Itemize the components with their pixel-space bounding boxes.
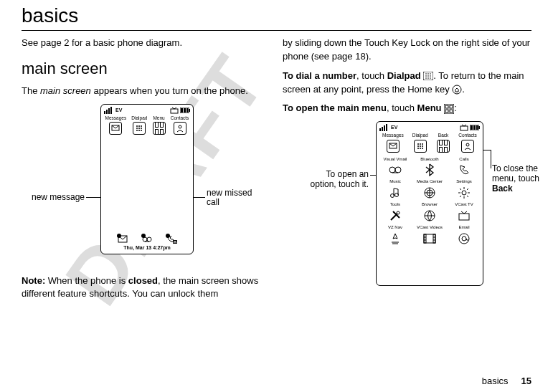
- svg-rect-74: [459, 214, 469, 220]
- left-column: See page 2 for a basic phone diagram. ma…: [22, 37, 265, 307]
- svg-point-38: [453, 85, 461, 94]
- text-bold: Back: [492, 184, 549, 194]
- text: , touch: [387, 102, 417, 113]
- app-vcast-tv: VCast TV: [448, 201, 480, 223]
- contacts-icon: [174, 122, 186, 135]
- svg-rect-3: [110, 107, 112, 114]
- svg-point-29: [425, 73, 427, 75]
- dialpad-icon: [414, 140, 427, 153]
- dialpad-inline-icon: [423, 72, 433, 80]
- label: VCast Videos: [417, 224, 443, 231]
- svg-point-79: [462, 236, 466, 241]
- svg-point-55: [417, 143, 419, 145]
- svg-point-16: [141, 128, 142, 129]
- intro-text: See page 2 for a basic phone diagram.: [22, 37, 265, 50]
- app-vz-nav: VZ Nav: [379, 224, 411, 246]
- phone-screen-2: EV Messages Dialpad Back Contacts Visual…: [376, 121, 483, 286]
- svg-point-71: [462, 191, 466, 195]
- svg-point-56: [420, 143, 421, 145]
- phone-diagram-1: new message new voicemail new missed cal…: [29, 104, 265, 269]
- right-column: by sliding down the Touch Key Lock on th…: [283, 37, 538, 307]
- missed-call-icon: [166, 234, 177, 244]
- svg-point-31: [430, 73, 431, 75]
- ev-icon: EV: [391, 124, 397, 131]
- svg-point-72: [397, 211, 400, 214]
- svg-point-17: [136, 130, 138, 131]
- svg-point-61: [417, 148, 419, 149]
- svg-point-14: [136, 128, 138, 129]
- svg-point-32: [425, 75, 427, 77]
- footer-label: basics: [482, 376, 509, 386]
- text-bold: To dial a number: [283, 70, 356, 81]
- main-screen-desc: The main screen appears when you turn on…: [22, 85, 265, 98]
- menu-icon: [153, 122, 166, 135]
- voicemail-icon: [388, 163, 402, 177]
- calls-icon: [457, 163, 471, 177]
- app-vcast-videos: VCast Videos: [414, 224, 445, 246]
- label: Dialpad: [131, 115, 147, 121]
- svg-point-12: [138, 125, 140, 127]
- footer-page-number: 15: [521, 376, 531, 386]
- label: Messages: [382, 132, 404, 138]
- svg-rect-6: [189, 109, 190, 112]
- text: menu, touch: [492, 174, 549, 184]
- label: Settings: [456, 178, 472, 185]
- svg-rect-44: [379, 128, 381, 131]
- text: To open an: [304, 170, 369, 180]
- svg-point-34: [430, 75, 431, 77]
- signal-icon: [104, 107, 114, 114]
- svg-point-65: [389, 167, 395, 173]
- label: Calls: [459, 156, 468, 163]
- text: :: [454, 102, 457, 113]
- shortcut-messages: Messages: [382, 132, 404, 152]
- svg-rect-75: [424, 234, 435, 243]
- text: new missed: [207, 188, 264, 199]
- text-bold: To open the main menu: [283, 102, 387, 113]
- svg-point-59: [420, 145, 421, 147]
- svg-point-62: [420, 148, 421, 149]
- clock-text: Thu, Mar 13 4:27pm: [101, 244, 193, 252]
- callout-close-menu: To close the menu, touch Back: [492, 164, 549, 193]
- svg-point-66: [395, 167, 401, 173]
- page-title: basics: [22, 0, 531, 30]
- app-grid: Visual Vmail Bluetooth Calls Music Media…: [377, 154, 483, 248]
- text-italic: main screen: [40, 85, 91, 96]
- svg-rect-50: [478, 126, 480, 129]
- svg-point-27: [166, 234, 170, 238]
- label: Browser: [422, 201, 438, 208]
- email-icon: [457, 231, 471, 246]
- vcast-tv-icon: [457, 209, 471, 223]
- svg-rect-40: [445, 105, 448, 108]
- callout-new-message: new message: [24, 193, 85, 203]
- svg-rect-4: [171, 109, 178, 113]
- svg-rect-51: [471, 125, 473, 130]
- svg-point-60: [422, 145, 423, 147]
- bluetooth-icon: [422, 163, 437, 177]
- svg-rect-41: [450, 105, 453, 108]
- text: call: [207, 198, 264, 208]
- text-bold: Note:: [22, 275, 45, 286]
- svg-rect-52: [473, 125, 476, 130]
- app-calls: Calls: [448, 156, 480, 178]
- svg-point-24: [147, 237, 151, 242]
- label: Email: [458, 224, 469, 231]
- app-visual-vmail: Visual Vmail: [379, 156, 411, 178]
- section-heading-main-screen: main screen: [22, 57, 265, 80]
- svg-rect-43: [450, 110, 453, 113]
- label: Media Center: [417, 178, 443, 185]
- text: option, touch it.: [304, 180, 369, 190]
- status-bar: EV: [377, 122, 483, 132]
- text-bold: Dialpad: [387, 70, 421, 81]
- back-menu-icon: [437, 140, 450, 153]
- vcast-videos-icon: [422, 231, 437, 246]
- text: appears when you turn on the phone.: [91, 85, 248, 96]
- label: VZ Nav: [388, 224, 402, 231]
- svg-rect-2: [108, 108, 110, 114]
- svg-point-33: [427, 75, 429, 77]
- label: Bluetooth: [420, 156, 438, 163]
- svg-point-19: [141, 130, 142, 131]
- svg-rect-53: [476, 125, 478, 130]
- text: The: [22, 85, 40, 96]
- label: Contacts: [458, 132, 477, 138]
- shortcut-contacts: Contacts: [171, 115, 189, 135]
